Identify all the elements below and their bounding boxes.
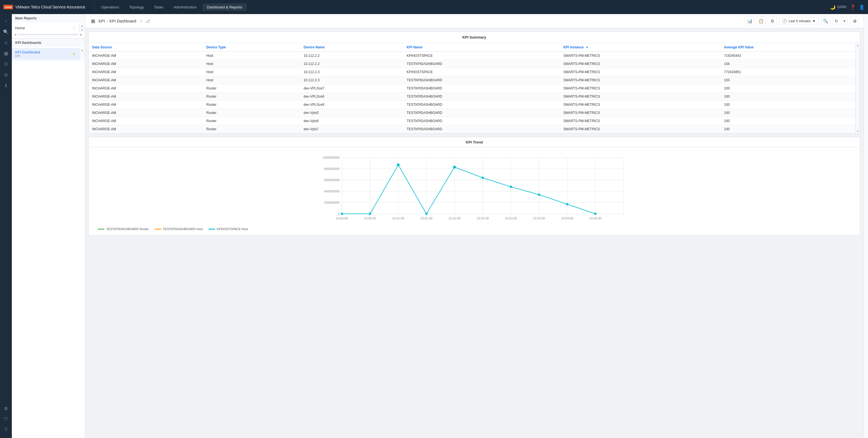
breadcrumb: KPI / KPI Dashboard xyxy=(99,19,136,23)
cell-kpi_instance: SMARTS-PM-METRICS xyxy=(560,60,720,68)
svg-text:15:52:30: 15:52:30 xyxy=(477,216,489,220)
breadcrumb-bar: ▦ KPI / KPI Dashboard ☆ ⎇ 📊 📋 ⚙ xyxy=(85,14,864,28)
cell-device_type: Router xyxy=(203,93,300,101)
table-row[interactable]: INCHARGE-AMRouterdev-Vpls7TESTKPIDASHBOA… xyxy=(89,125,855,133)
sidebar-item-home[interactable]: Home ☆ xyxy=(12,24,79,32)
time-range-selector[interactable]: 🕐 Last 5 minutes ▼ xyxy=(779,18,819,25)
cell-kpi_name: TESTKPIDASHBOARD xyxy=(403,60,560,68)
cell-avg_kpi_value: 719245443 xyxy=(721,52,855,60)
table-scroll-down[interactable]: ▼ xyxy=(857,130,859,133)
main-reports-header: Main Reports xyxy=(12,14,85,23)
table-row[interactable]: INCHARGE-AMHost10.112.2.2TESTKPIDASHBOAR… xyxy=(89,60,855,68)
cell-avg_kpi_value: 100 xyxy=(721,117,855,125)
col-device-type[interactable]: Device Type xyxy=(203,43,300,52)
kpi-dashboard-star[interactable]: ★ xyxy=(72,52,76,56)
col-kpi-name[interactable]: KPI Name xyxy=(403,43,560,52)
table-row[interactable]: INCHARGE-AMHost10.112.2.3TESTKPIDASHBOAR… xyxy=(89,76,855,85)
sidebar-analytics-btn[interactable]: ⊙ xyxy=(1,59,11,69)
col-avg-kpi-value-label: Average KPI Value xyxy=(724,45,754,49)
chart-point-spike1 xyxy=(397,163,400,166)
cell-device_type: Host xyxy=(203,60,300,68)
table-row[interactable]: INCHARGE-AMHost10.112.2.2KPIHOSTSPACESMA… xyxy=(89,52,855,60)
legend-testkpi-router: TESTKPIDASHBOARD Router xyxy=(98,227,149,231)
dark-mode-toggle[interactable]: 🌙 DARK xyxy=(830,4,846,10)
sort-icon: ▼ xyxy=(586,46,589,49)
refresh-caret-icon[interactable]: ▼ xyxy=(841,18,847,24)
table-row[interactable]: INCHARGE-AMRouterdev-VPLSce8TESTKPIDASHB… xyxy=(89,93,855,101)
kpi-dashboards-label: KPI Dashboards xyxy=(15,41,41,45)
sidebar-item-kpi-dashboard[interactable]: KPI Dashboard KPI ★ xyxy=(12,48,79,60)
cell-device_name: 10.112.2.2 xyxy=(300,52,403,60)
sidebar-home-btn[interactable]: ⌂ xyxy=(1,38,11,47)
col-avg-kpi-value[interactable]: Average KPI Value xyxy=(721,43,855,52)
scroll-right-arrow[interactable]: ► xyxy=(80,33,83,37)
table-vertical-scrollbar[interactable]: ▲ ▼ xyxy=(855,43,860,133)
favorite-icon[interactable]: ☆ xyxy=(140,19,143,23)
sidebar-search-btn[interactable]: 🔍 xyxy=(1,27,11,37)
table-row[interactable]: INCHARGE-AMRouterdev-Vpls6TESTKPIDASHBOA… xyxy=(89,117,855,125)
table-row[interactable]: INCHARGE-AMRouterdev-VPLSce7TESTKPIDASHB… xyxy=(89,85,855,93)
topnav-right: 🌙 DARK ❓ 👤 xyxy=(830,4,865,10)
nav-topology[interactable]: Topology xyxy=(125,3,148,11)
cell-data_source: INCHARGE-AM xyxy=(89,76,203,85)
zoom-btn[interactable]: 🔍 xyxy=(821,16,830,26)
sidebar-alerts-btn[interactable]: ◎ xyxy=(1,70,11,79)
breadcrumb-grid-toggle[interactable]: ▦ xyxy=(90,18,96,25)
sidebar-expand-btn[interactable]: › xyxy=(1,16,11,26)
nav-operations[interactable]: Operations xyxy=(97,3,124,11)
svg-text:800000000: 800000000 xyxy=(324,167,340,170)
table-scroll-up[interactable]: ▲ xyxy=(857,44,859,47)
kpi-table-body: INCHARGE-AMHost10.112.2.2KPIHOSTSPACESMA… xyxy=(89,52,855,133)
chart-type-btn[interactable]: 📊 xyxy=(745,16,754,26)
table-row[interactable]: INCHARGE-AMHost10.112.2.3KPIHOSTSPACESMA… xyxy=(89,68,855,76)
kpi-dashboards-body: KPI Dashboard KPI ★ ▲ xyxy=(12,47,85,61)
legend-kpihostspace-host: KPIHOSTSPACE Host xyxy=(209,227,248,231)
scroll-left-arrow[interactable]: ◄ xyxy=(13,33,17,37)
main-reports-scroll-up[interactable]: ▲ xyxy=(81,24,84,27)
refresh-btn[interactable]: ↻ ▼ xyxy=(832,17,848,25)
nav-tasks[interactable]: Tasks xyxy=(150,3,168,11)
sidebar-info-btn[interactable]: ℹ xyxy=(1,80,11,90)
nav-administration[interactable]: Administration xyxy=(169,3,201,11)
cell-device_type: Host xyxy=(203,76,300,85)
col-data-source[interactable]: Data Source xyxy=(89,43,203,52)
cell-data_source: INCHARGE-AM xyxy=(89,52,203,60)
cell-device_name: dev-Vpls6 xyxy=(300,117,403,125)
kpi-dashboards-scroll-up[interactable]: ▲ xyxy=(81,49,84,52)
content-area: KPI Summary Data Source xyxy=(85,28,864,438)
sidebar-settings-btn[interactable]: ⚙ xyxy=(1,404,11,413)
svg-text:15:51:00: 15:51:00 xyxy=(392,216,404,220)
sidebar-dashboard-btn[interactable]: ▦ xyxy=(1,48,11,58)
right-scrollbar[interactable] xyxy=(864,14,868,438)
cell-kpi_name: KPIHOSTSPACE xyxy=(403,68,560,76)
cell-device_name: 10.112.2.3 xyxy=(300,76,403,85)
cell-kpi_name: KPIHOSTSPACE xyxy=(403,52,560,60)
breadcrumb-separator: / xyxy=(107,19,108,23)
home-item-star[interactable]: ☆ xyxy=(72,26,76,30)
breadcrumb-toolbar: 📊 📋 ⚙ 🕐 Last 5 minutes ▼ 🔍 ↻ xyxy=(745,16,859,26)
main-reports-scroll-down[interactable]: ▼ xyxy=(81,28,84,32)
table-row[interactable]: INCHARGE-AMRouterdev-Vpls5TESTKPIDASHBOA… xyxy=(89,109,855,117)
cell-avg_kpi_value: 100 xyxy=(721,85,855,93)
cell-data_source: INCHARGE-AM xyxy=(89,60,203,68)
user-icon[interactable]: 👤 xyxy=(859,4,865,10)
cell-kpi_instance: SMARTS-PM-METRICS xyxy=(560,101,720,109)
gear-icon: ⚙ xyxy=(771,19,774,24)
monitor-btn[interactable]: 🖥 xyxy=(850,16,859,26)
svg-text:15:51:30: 15:51:30 xyxy=(421,216,433,220)
col-device-name-label: Device Name xyxy=(304,45,325,49)
col-kpi-instance[interactable]: KPI Instance ▼ xyxy=(560,43,720,52)
export-btn[interactable]: 📋 xyxy=(756,16,766,26)
sidebar-help-btn[interactable]: ? xyxy=(1,425,11,435)
help-icon[interactable]: ❓ xyxy=(850,4,856,10)
cell-data_source: INCHARGE-AM xyxy=(89,68,203,76)
breadcrumb-home[interactable]: KPI xyxy=(99,19,105,23)
share-icon[interactable]: ⎇ xyxy=(145,19,150,23)
sidebar-shield-btn[interactable]: 🛡 xyxy=(1,414,11,424)
nav-dashboard-reports[interactable]: Dashboard & Reports xyxy=(203,3,247,11)
settings-btn[interactable]: ⚙ xyxy=(768,16,777,26)
cell-device_type: Host xyxy=(203,68,300,76)
cell-kpi_name: TESTKPIDASHBOARD xyxy=(403,93,560,101)
col-device-name[interactable]: Device Name xyxy=(300,43,403,52)
table-row[interactable]: INCHARGE-AMRouterdev-VPLSce9TESTKPIDASHB… xyxy=(89,101,855,109)
